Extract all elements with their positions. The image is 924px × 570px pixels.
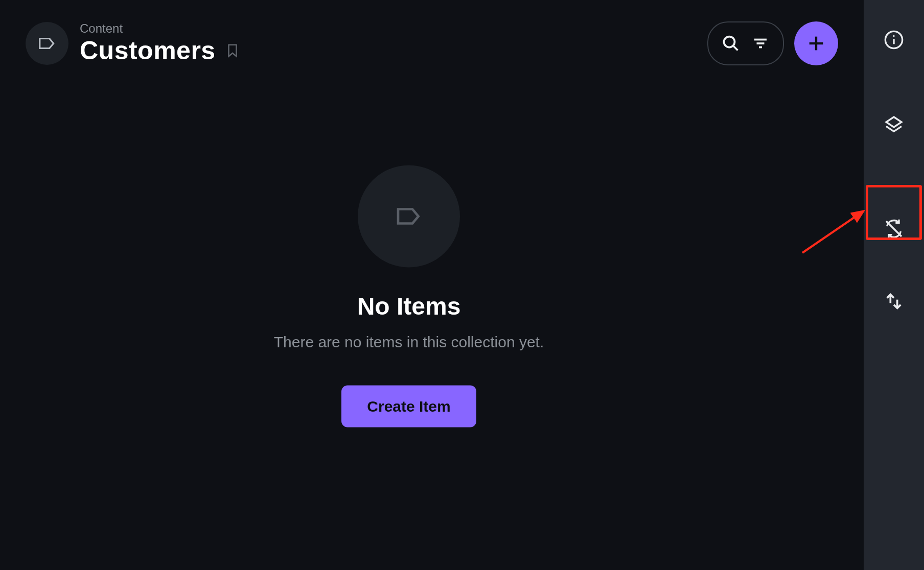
sidebar-sync-off-button[interactable]	[869, 204, 918, 253]
filter-button[interactable]	[751, 34, 770, 53]
main-area: Content Customers	[0, 0, 864, 570]
header-titles: Content Customers	[80, 21, 240, 65]
empty-state-subtitle: There are no items in this collection ye…	[274, 334, 544, 351]
sidebar-info-button[interactable]	[869, 15, 918, 64]
sync-disabled-icon	[884, 219, 904, 239]
app-root: Content Customers	[0, 0, 924, 570]
label-icon	[395, 202, 423, 231]
plus-icon	[806, 33, 826, 54]
svg-point-0	[724, 37, 735, 48]
label-icon	[37, 34, 57, 53]
filter-icon	[751, 34, 770, 53]
page-title: Customers	[80, 36, 216, 65]
page-title-row: Customers	[80, 36, 240, 65]
add-item-button[interactable]	[794, 21, 838, 65]
info-icon	[884, 30, 904, 50]
search-button[interactable]	[722, 34, 740, 53]
search-icon	[722, 34, 740, 53]
right-sidebar	[864, 0, 924, 570]
create-item-button[interactable]: Create Item	[341, 386, 476, 428]
sidebar-import-export-button[interactable]	[869, 277, 918, 326]
empty-state-icon-circle	[358, 165, 460, 268]
search-filter-group	[707, 21, 784, 65]
empty-state: No Items There are no items in this coll…	[0, 165, 818, 428]
svg-line-1	[733, 46, 738, 51]
header-actions	[707, 21, 838, 65]
sidebar-layers-button[interactable]	[869, 100, 918, 149]
breadcrumb[interactable]: Content	[80, 21, 240, 36]
collection-icon[interactable]	[26, 22, 68, 65]
header: Content Customers	[26, 20, 838, 66]
bookmark-button[interactable]	[225, 43, 240, 58]
bookmark-icon	[225, 43, 240, 58]
svg-point-9	[893, 35, 894, 37]
import-export-icon	[884, 291, 904, 312]
layers-icon	[884, 114, 904, 135]
empty-state-title: No Items	[357, 292, 461, 320]
